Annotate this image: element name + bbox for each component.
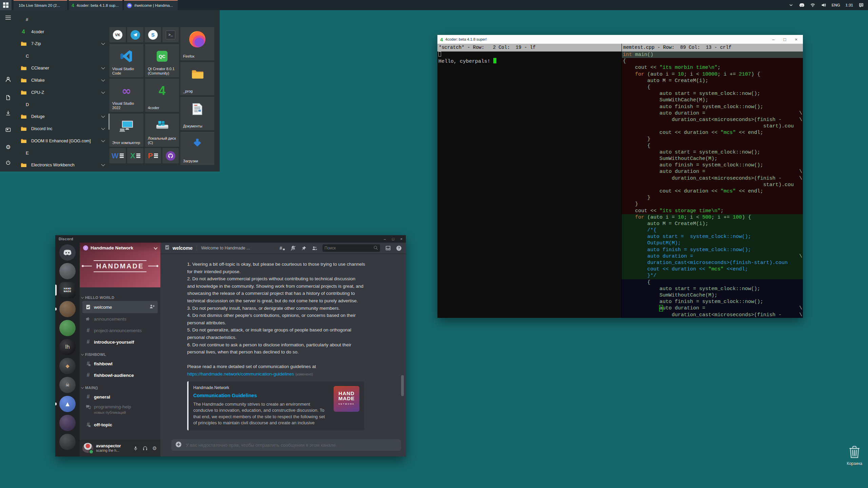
tile-telegram[interactable]: [127, 27, 143, 42]
server-icon-server-frog[interactable]: [59, 320, 76, 336]
channel-label: introduce-yourself: [94, 340, 134, 345]
message-input[interactable]: У вас недостаточно прав, чтобы отправлят…: [171, 439, 401, 451]
discord-tray-icon[interactable]: [799, 2, 805, 8]
code-line-6: {: [622, 84, 803, 90]
home-button[interactable]: [59, 244, 76, 261]
server-header[interactable]: ✓ Handmade Network: [80, 243, 160, 253]
code-line-28: /*{: [622, 227, 803, 233]
guidelines-link[interactable]: https://handmade.network/communication-g…: [187, 371, 294, 377]
avatar[interactable]: [82, 443, 93, 454]
channel-welcome[interactable]: welcome: [82, 301, 158, 313]
mark-cursor: [438, 52, 441, 57]
threads-icon[interactable]: #: [279, 245, 285, 251]
hash-chat-icon: #: [85, 422, 91, 428]
code-pane[interactable]: memtest.cpp - Row: 89 Col: 13 - crlf int…: [622, 44, 803, 318]
server-icon-server-purple[interactable]: [59, 415, 76, 431]
notifications-muted-icon[interactable]: [290, 245, 296, 251]
tile-vk[interactable]: VK: [110, 27, 126, 42]
tile-этот-компьютер[interactable]: Этот компьютер: [110, 114, 143, 147]
start-menu-tiles: VKS>_FirefoxVisual Studio CodeQCQt Creat…: [0, 10, 220, 171]
member-list-icon[interactable]: [312, 245, 318, 251]
channel-announcements[interactable]: announcements: [82, 313, 158, 325]
tray-chevron-icon[interactable]: [788, 2, 794, 8]
4coder-titlebar[interactable]: 4 4coder: beta 4.1.8 super! – □ ×: [437, 35, 803, 44]
embed-line: The Handmade community strives to create…: [193, 401, 329, 408]
volume-icon[interactable]: [821, 2, 826, 8]
code-pane-body[interactable]: int main(){ cout << "its morbin time\n";…: [622, 52, 803, 318]
close-button[interactable]: ×: [795, 37, 797, 42]
code-line-4: for (auto i = 10; i < 10000; i += 2107) …: [622, 71, 803, 78]
attach-plus-icon[interactable]: [175, 441, 182, 449]
code-line-19: auto duration =\: [622, 168, 803, 175]
minimize-button[interactable]: –: [772, 37, 774, 42]
link-embed[interactable]: Handmade.NetworkCommunication Guidelines…: [187, 381, 364, 430]
wifi-icon[interactable]: [810, 2, 815, 8]
category-hello-world[interactable]: HELLO WORLD: [80, 291, 160, 301]
settings-gear-icon[interactable]: ⚙: [152, 445, 158, 451]
server-icon-handmade-network[interactable]: HANDMADE: [59, 282, 76, 298]
discord-titlebar[interactable]: Discord – □ ×: [55, 235, 406, 243]
channel-fishbowl-audience[interactable]: #fishbowl-audience: [82, 369, 158, 381]
messages-scrollbar[interactable]: [401, 375, 404, 396]
server-icon-server-dark[interactable]: [59, 434, 76, 450]
maximize-button[interactable]: □: [392, 237, 394, 241]
maximize-button[interactable]: □: [784, 37, 786, 42]
tile-загрузки[interactable]: Загрузки: [180, 132, 214, 165]
taskbar-tab-4coder[interactable]: 44coder: beta 4.1.8 sup...: [69, 0, 122, 10]
tile--prog[interactable]: _prog: [180, 62, 214, 95]
search-input[interactable]: Поиск: [322, 244, 380, 252]
channel-list: HELLO WORLDwelcomeannouncements#project-…: [80, 287, 160, 440]
embed-thumbnail: HANDMADENETWORK: [334, 386, 359, 412]
headphones-icon[interactable]: [142, 445, 148, 451]
clock[interactable]: 1:31: [846, 3, 853, 7]
channel-title: welcome: [173, 245, 193, 251]
channel-label: programming-helpновых публикаций: [94, 404, 131, 415]
code-line-18: auto finish = system_clock::now();: [622, 162, 803, 168]
person-add-icon[interactable]: [149, 304, 155, 310]
category-main-[interactable]: MAIN(): [80, 381, 160, 391]
minimize-button[interactable]: –: [384, 237, 386, 241]
code-line-13: cout << duration << "mcs" << endl;: [622, 129, 803, 136]
channel-general[interactable]: #general: [82, 391, 158, 403]
recycle-bin[interactable]: Корзина: [842, 445, 867, 466]
server-icon-server-cube[interactable]: ◆: [59, 358, 76, 374]
tile-qt-creator-8-0-1-community-[interactable]: QCQt Creator 8.0.1 (Community): [145, 44, 179, 77]
tile-powerpoint[interactable]: P: [145, 148, 161, 163]
tile-локальный-диск-c-[interactable]: Локальный диск (C): [145, 114, 179, 147]
language-indicator[interactable]: ENG: [832, 3, 840, 7]
tile-excel[interactable]: X: [127, 148, 143, 163]
mic-icon[interactable]: [133, 445, 139, 451]
tile-visual-studio-code[interactable]: Visual Studio Code: [110, 44, 143, 77]
help-icon[interactable]: ?: [396, 245, 402, 251]
tile-visual-studio-2022[interactable]: ∞Visual Studio 2022: [110, 79, 143, 112]
tile-github[interactable]: [162, 148, 179, 163]
server-icon-server-skull[interactable]: ☠: [59, 377, 76, 393]
server-icon-server-graffiti[interactable]: lh: [59, 339, 76, 355]
taskbar-tab--welcome-handma-[interactable]: #welcome | Handma...: [124, 0, 178, 10]
channel-programming-help[interactable]: programming-helpновых публикаций: [82, 403, 158, 419]
tile-console[interactable]: >_: [162, 27, 179, 42]
pinned-messages-icon[interactable]: [301, 245, 307, 251]
scratch-pane[interactable]: *scratch* - Row: 2 Col: 19 - lf Hello, c…: [437, 44, 622, 318]
code-line-11: duration_cast<microseconds>(finish - \: [622, 117, 803, 123]
channel-off-topic[interactable]: #off-topic: [82, 419, 158, 430]
tile-документы[interactable]: Документы: [180, 97, 214, 130]
server-icon-server-unknown[interactable]: [59, 263, 76, 279]
taskbar-tab-10x-live-stream-20-2-[interactable]: 10x Live Stream 20 (2...: [14, 0, 67, 10]
category-fishbowl[interactable]: FISHBOWL: [80, 348, 160, 358]
start-button[interactable]: [0, 0, 12, 10]
channel-fishbowl[interactable]: #fishbowl: [82, 358, 158, 369]
scratch-pane-body[interactable]: Hello, cyberpals!: [437, 52, 622, 318]
tile-word[interactable]: W: [110, 148, 126, 163]
tile-firefox[interactable]: Firefox: [180, 27, 214, 60]
channel-introduce-yourself[interactable]: #introduce-yourself: [82, 336, 158, 348]
inbox-icon[interactable]: [385, 245, 391, 251]
tile-4coder[interactable]: 44coder: [145, 79, 179, 112]
channel-topic[interactable]: Welcome to Handmade ...: [201, 246, 250, 250]
tile-s-app[interactable]: S: [145, 27, 161, 42]
close-button[interactable]: ×: [400, 237, 402, 241]
action-center-icon[interactable]: [859, 2, 864, 8]
server-icon-server-owl[interactable]: [59, 301, 76, 317]
channel-project-announcements[interactable]: #project-announcements: [82, 325, 158, 336]
server-icon-server-blue[interactable]: ▲: [59, 396, 76, 412]
